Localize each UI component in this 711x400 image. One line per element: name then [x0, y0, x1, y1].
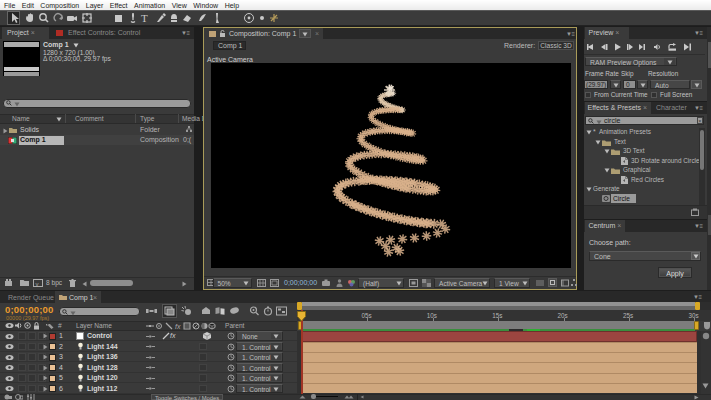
svg-text:v: v [36, 281, 39, 287]
svg-text:fx: fx [175, 323, 181, 330]
svg-text:T: T [141, 12, 148, 24]
